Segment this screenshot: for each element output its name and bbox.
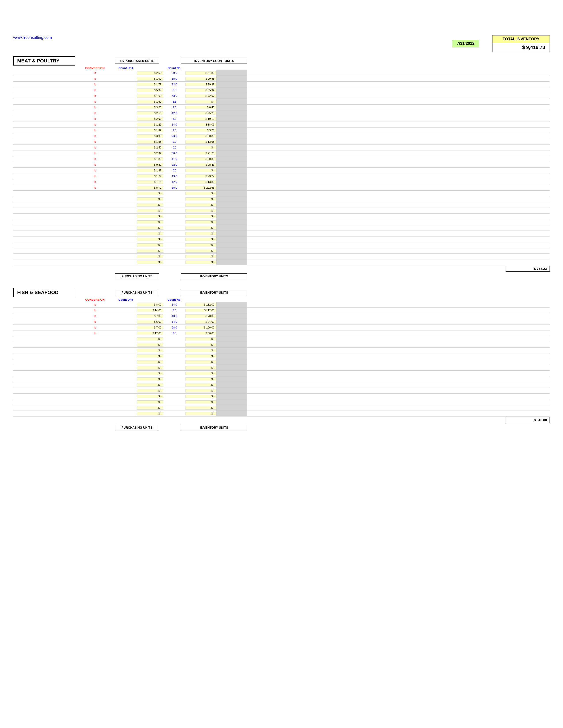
table-row: $ - $ - [13,342,550,348]
table-row: lb $ 1.15 12.0 $ 13.80 [13,179,550,185]
count-no-cell: 2.0 [163,129,185,132]
price-cell[interactable]: $ - [137,343,163,347]
price-cell[interactable]: $ 1.89 [137,169,163,172]
price-cell[interactable]: $ - [137,349,163,352]
price-cell[interactable]: $ 0.89 [137,163,163,167]
price-cell[interactable]: $ 1.79 [137,174,163,178]
price-cell[interactable]: $ 6.00 [137,320,163,324]
price-cell[interactable]: $ 2.39 [137,152,163,155]
table-row: lb $ 2.10 12.0 $ 25.20 [13,110,550,116]
price-cell[interactable]: $ 12.00 [137,332,163,335]
price-cell[interactable]: $ - [137,395,163,398]
price-cell[interactable]: $ 8.00 [137,303,163,306]
price-cell[interactable]: $ - [137,366,163,370]
price-cell[interactable]: $ - [137,337,163,341]
gray-spacer [216,185,247,190]
gray-spacer [216,202,247,208]
total-cell: $ 23.27 [185,174,216,178]
price-cell[interactable]: $ - [137,192,163,195]
total-cell: $ 70.00 [185,314,216,318]
price-cell[interactable]: $ - [137,360,163,364]
price-cell[interactable]: $ 5.99 [137,88,163,92]
section-fish-seafood: FISH & SEAFOODPURCHASING UNITSINVENTORY … [13,288,550,430]
conversion-cell: lb [75,123,115,126]
section-header-fish-seafood: FISH & SEAFOODPURCHASING UNITSINVENTORY … [13,288,550,297]
count-no-cell: 8.0 [163,309,185,312]
price-cell[interactable]: $ 1.55 [137,140,163,144]
total-cell: $ 35.94 [185,88,216,92]
price-cell[interactable]: $ - [137,243,163,247]
price-cell[interactable]: $ - [137,226,163,230]
price-cell[interactable]: $ - [137,377,163,381]
price-cell[interactable]: $ 7.00 [137,314,163,318]
price-cell[interactable]: $ 7.00 [137,326,163,329]
gray-spacer [216,353,247,359]
price-cell[interactable]: $ 2.02 [137,117,163,121]
price-cell[interactable]: $ - [137,238,163,241]
price-cell[interactable]: $ - [137,400,163,404]
price-cell[interactable]: $ 1.79 [137,83,163,86]
gray-spacer [216,173,247,179]
price-cell[interactable]: $ - [137,215,163,218]
gray-spacer [216,87,247,93]
price-cell[interactable]: $ - [137,261,163,264]
inventory-count-label-meat-poultry: INVENTORY COUNT UNITS [181,58,247,64]
price-cell[interactable]: $ 1.89 [137,129,163,132]
price-cell[interactable]: $ - [137,209,163,212]
total-cell: $ 90.85 [185,134,216,138]
conversion-cell: lb [75,152,115,155]
conversion-cell: lb [75,77,115,80]
gray-spacer [216,162,247,167]
price-cell[interactable]: $ - [137,383,163,387]
purchasing-units-fish-seafood: PURCHASING UNITS [115,425,159,430]
price-cell[interactable]: $ - [137,255,163,258]
price-cell[interactable]: $ 1.69 [137,94,163,98]
conversion-cell: lb [75,146,115,149]
gray-spacer [216,156,247,162]
conversion-cell: lb [75,315,115,318]
price-cell[interactable]: $ - [137,355,163,358]
price-cell[interactable]: $ 14.00 [137,309,163,312]
price-cell[interactable]: $ 1.69 [137,100,163,103]
table-row: $ - $ - [13,208,550,214]
section-total-meat-poultry: $ 758.23 [506,266,550,272]
price-cell[interactable]: $ - [137,412,163,415]
purchasing-units-meat-poultry: PURCHASING UNITS [115,273,159,279]
price-cell[interactable]: $ 5.79 [137,186,163,190]
table-row: $ - $ - [13,371,550,376]
website-link[interactable]: www.rrconsulting.com [13,35,52,40]
gray-spacer [216,254,247,259]
price-cell[interactable]: $ 2.10 [137,111,163,115]
total-cell: $ - [185,146,216,149]
price-cell[interactable]: $ - [137,203,163,207]
table-row: $ - $ - [13,225,550,231]
price-cell[interactable]: $ 1.85 [137,157,163,161]
conversion-cell: lb [75,320,115,323]
price-cell[interactable]: $ - [137,232,163,235]
table-row: $ - $ - [13,348,550,353]
price-cell[interactable]: $ - [137,372,163,375]
table-row: $ - $ - [13,388,550,394]
table-row: lb $ 5.79 35.0 $ 202.65 [13,185,550,191]
price-cell[interactable]: $ - [137,249,163,253]
count-no-cell: 43.0 [163,94,185,98]
as-purchased-label-fish-seafood: PURCHASING UNITS [115,290,159,295]
price-cell[interactable]: $ 3.95 [137,134,163,138]
price-cell[interactable]: $ 1.99 [137,77,163,81]
table-row: lb $ 8.00 14.0 $ 112.00 [13,302,550,308]
table-row: $ - $ - [13,394,550,399]
price-cell[interactable]: $ - [137,220,163,224]
price-cell[interactable]: $ 1.15 [137,180,163,184]
price-cell[interactable]: $ 2.50 [137,146,163,149]
price-cell[interactable]: $ 1.29 [137,123,163,126]
price-cell[interactable]: $ 2.59 [137,71,163,75]
price-cell[interactable]: $ - [137,197,163,201]
price-cell[interactable]: $ - [137,406,163,410]
total-cell: $ 51.80 [185,71,216,75]
price-cell[interactable]: $ - [137,389,163,392]
price-cell[interactable]: $ 3.20 [137,106,163,109]
bottom-label-row-meat-poultry: PURCHASING UNITSINVENTORY UNITS [13,273,550,279]
gray-spacer [216,105,247,110]
gray-spacer [216,70,247,76]
count-no-cell: 13.0 [163,175,185,178]
